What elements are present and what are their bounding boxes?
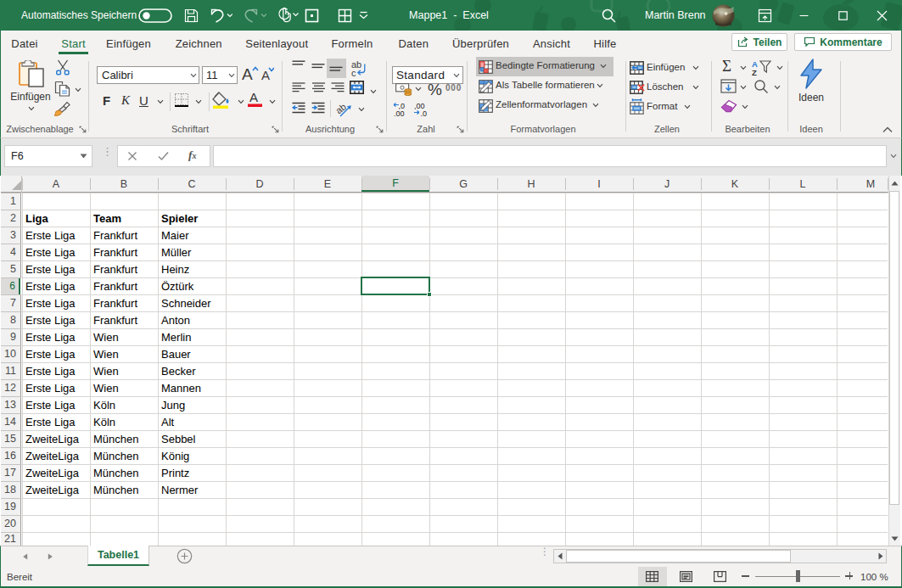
svg-text:c: c	[351, 68, 356, 77]
svg-text:A: A	[261, 68, 270, 82]
svg-text:Z: Z	[752, 68, 757, 76]
svg-text:,00: ,00	[394, 109, 405, 117]
svg-text:A: A	[242, 65, 253, 83]
svg-text:A: A	[249, 90, 258, 104]
svg-text:ab: ab	[336, 101, 348, 115]
svg-text:,0: ,0	[421, 109, 428, 117]
